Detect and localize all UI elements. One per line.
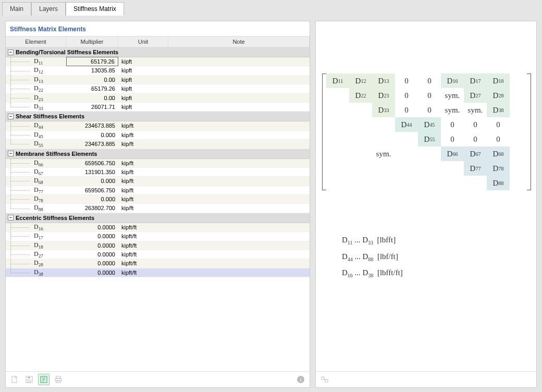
group-header-bending[interactable]: −Bending/Torsional Stiffness Elements (6, 47, 310, 57)
multiplier-cell[interactable]: 659506.750 (66, 186, 118, 194)
multiplier-cell[interactable]: 263802.700 (66, 204, 118, 212)
matrix-cell: sym. (372, 146, 395, 161)
note-cell (168, 76, 310, 84)
matrix-cell (326, 103, 349, 117)
element-label: D27 (34, 250, 43, 259)
element-label: D67 (34, 168, 43, 176)
multiplier-cell[interactable]: 0.000 (66, 131, 118, 139)
col-header-note[interactable]: Note (168, 36, 310, 47)
unit-cell: kipft (118, 84, 168, 93)
table-row[interactable]: D780.000kip/ft (6, 195, 310, 204)
table-row[interactable]: D180.0000kipft/ft (6, 241, 310, 250)
table-row[interactable]: D66659506.750kip/ft (6, 159, 310, 168)
note-cell (168, 259, 310, 267)
multiplier-cell[interactable]: 0.000 (66, 177, 118, 185)
matrix-cell (326, 161, 349, 176)
table-row[interactable]: D130.00kipft (6, 76, 310, 84)
element-label: D13 (34, 76, 43, 84)
matrix-cell: D78 (487, 161, 510, 176)
matrix-cell: 0 (441, 117, 464, 132)
unit-cell: kip/ft (118, 204, 168, 212)
collapse-icon[interactable]: − (8, 114, 14, 119)
table-row[interactable]: D77659506.750kip/ft (6, 186, 310, 195)
matrix-cell (349, 103, 372, 117)
element-label: D28 (34, 259, 43, 267)
save-icon (23, 374, 35, 385)
multiplier-cell[interactable]: 234673.885 (66, 121, 118, 130)
info-icon[interactable]: i (295, 374, 306, 385)
matrix-cell (349, 146, 372, 161)
element-label: D55 (34, 140, 43, 148)
matrix-cell: D11 (326, 74, 349, 88)
multiplier-cell[interactable]: 26071.71 (66, 103, 118, 111)
element-label: D78 (34, 195, 43, 203)
multiplier-cell[interactable]: 0.0000 (66, 268, 118, 277)
note-cell (168, 121, 310, 130)
table-row[interactable]: D170.0000kipft/ft (6, 232, 310, 241)
print-icon (53, 374, 64, 385)
new-icon (9, 374, 20, 385)
unit-cell: kipft/ft (118, 268, 168, 277)
table-row[interactable]: D88263802.700kip/ft (6, 204, 310, 213)
multiplier-cell[interactable]: 65179.26 (66, 84, 118, 93)
multiplier-cell[interactable]: 0.0000 (66, 250, 118, 259)
matrix-cell: D33 (372, 103, 395, 117)
element-label: D38 (34, 268, 43, 277)
multiplier-cell[interactable]: 0.0000 (66, 259, 118, 267)
table-row[interactable]: D450.000kip/ft (6, 131, 310, 140)
table-row[interactable]: D55234673.885kip/ft (6, 140, 310, 149)
multiplier-cell[interactable]: 65179.26 (66, 57, 118, 66)
matrix-cell: D55 (418, 132, 441, 146)
tab-stiffness[interactable]: Stiffness Matrix (66, 2, 124, 16)
table-row[interactable]: D44234673.885kip/ft (6, 121, 310, 130)
matrix-cell (326, 146, 349, 161)
table-row[interactable]: D270.0000kipft/ft (6, 250, 310, 259)
table-row[interactable]: D2265179.26kipft (6, 84, 310, 93)
tab-main[interactable]: Main (2, 2, 31, 16)
group-header-eccentric[interactable]: −Eccentric Stiffness Elements (6, 213, 310, 223)
table-row[interactable]: D680.000kip/ft (6, 177, 310, 186)
matrix-cell: D88 (487, 176, 510, 190)
group-header-shear[interactable]: −Shear Stiffness Elements (6, 112, 310, 121)
matrix-cell: 0 (418, 103, 441, 117)
multiplier-cell[interactable]: 131901.350 (66, 168, 118, 176)
table-row[interactable]: D160.0000kipft/ft (6, 223, 310, 232)
table-row[interactable]: D1165179.26kipft (6, 57, 310, 66)
table-body: −Bending/Torsional Stiffness ElementsD11… (6, 47, 310, 371)
multiplier-cell[interactable]: 659506.750 (66, 159, 118, 167)
matrix-cell: D77 (464, 161, 487, 176)
tab-layers[interactable]: Layers (31, 2, 66, 16)
group-title: Membrane Stiffness Elements (16, 150, 97, 158)
element-label: D17 (34, 232, 43, 240)
unit-cell: kip/ft (118, 121, 168, 130)
multiplier-cell[interactable]: 0.000 (66, 195, 118, 203)
collapse-icon[interactable]: − (8, 151, 14, 156)
table-row[interactable]: D3326071.71kipft (6, 103, 310, 112)
multiplier-cell[interactable]: 0.00 (66, 76, 118, 84)
collapse-icon[interactable]: − (8, 50, 14, 55)
table-row[interactable]: D1213035.85kipft (6, 66, 310, 75)
multiplier-cell[interactable]: 13035.85 (66, 66, 118, 75)
matrix-cell: D23 (372, 88, 395, 103)
multiplier-cell[interactable]: 0.00 (66, 94, 118, 102)
col-header-multiplier[interactable]: Multiplier (66, 36, 118, 47)
collapse-icon[interactable]: − (8, 215, 14, 220)
unit-cell: kip/ft (118, 131, 168, 139)
multiplier-cell[interactable]: 0.0000 (66, 232, 118, 240)
multiplier-cell[interactable]: 234673.885 (66, 140, 118, 148)
multiplier-cell[interactable]: 0.0000 (66, 223, 118, 231)
matrix-cell: 0 (487, 132, 510, 146)
table-row[interactable]: D380.0000kipft/ft (6, 268, 310, 277)
table-row[interactable]: D280.0000kipft/ft (6, 259, 310, 268)
export-icon[interactable] (38, 374, 50, 385)
note-cell (168, 195, 310, 203)
table-row[interactable]: D230.00kipft (6, 94, 310, 103)
multiplier-cell[interactable]: 0.0000 (66, 241, 118, 250)
col-header-element[interactable]: Element (6, 36, 66, 47)
note-cell (168, 223, 310, 231)
unit-cell: kipft (118, 66, 168, 75)
group-header-membrane[interactable]: −Membrane Stiffness Elements (6, 149, 310, 159)
table-row[interactable]: D67131901.350kip/ft (6, 168, 310, 177)
matrix-cell (349, 161, 372, 176)
col-header-unit[interactable]: Unit (118, 36, 168, 47)
